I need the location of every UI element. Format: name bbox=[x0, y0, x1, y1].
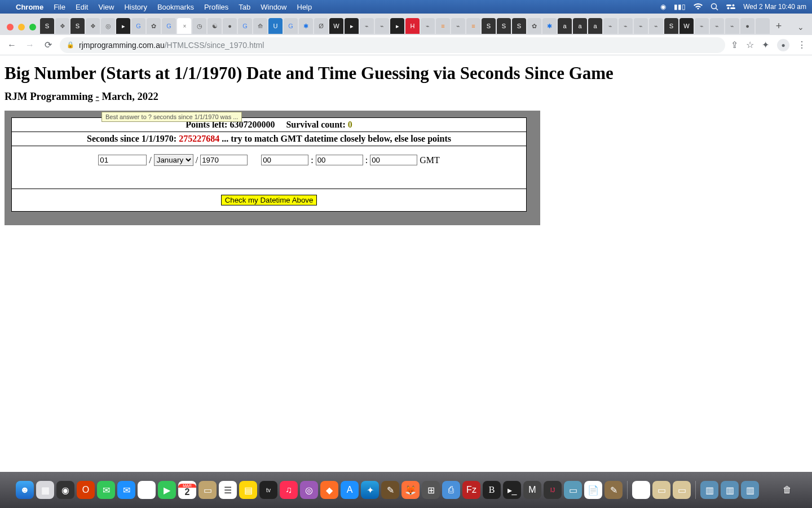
browser-tab[interactable]: ◎ bbox=[101, 18, 115, 34]
close-window-button[interactable] bbox=[7, 24, 14, 30]
browser-tab[interactable]: ⟰ bbox=[253, 18, 267, 34]
browser-tab[interactable]: ⌁ bbox=[360, 18, 374, 34]
wifi-icon[interactable] bbox=[694, 3, 703, 10]
reload-button[interactable]: ⟳ bbox=[42, 39, 54, 51]
browser-tab[interactable]: G bbox=[131, 18, 145, 34]
dock-app-notes[interactable]: ▤ bbox=[239, 481, 257, 499]
dock-app-calendar[interactable]: MAR2 bbox=[178, 481, 196, 499]
hour-input[interactable] bbox=[261, 155, 308, 165]
browser-tab[interactable]: ⌁ bbox=[603, 18, 617, 34]
browser-tab[interactable]: ✿ bbox=[147, 18, 161, 34]
browser-tab[interactable]: ≡ bbox=[466, 18, 480, 34]
dock-app-print[interactable]: ⎙ bbox=[442, 481, 460, 499]
browser-tab[interactable]: ▸ bbox=[345, 18, 359, 34]
dock-app-chrome[interactable]: ◉ bbox=[632, 481, 650, 499]
browser-tab[interactable]: a bbox=[588, 18, 602, 34]
browser-tab[interactable]: W bbox=[329, 18, 343, 34]
dock-app-appstore[interactable]: A bbox=[341, 481, 359, 499]
browser-tab[interactable]: Ø bbox=[314, 18, 328, 34]
browser-tab[interactable]: S bbox=[70, 18, 85, 34]
fullscreen-window-button[interactable] bbox=[29, 24, 36, 30]
browser-tab[interactable] bbox=[756, 18, 770, 34]
menu-edit[interactable]: Edit bbox=[76, 3, 88, 11]
dock-app-notes2[interactable]: ▭ bbox=[652, 481, 670, 499]
browser-tab[interactable]: a bbox=[558, 18, 572, 34]
browser-tab[interactable]: G bbox=[162, 18, 176, 34]
dock-app-contacts[interactable]: ▭ bbox=[198, 481, 217, 499]
check-button[interactable]: Check my Datetime Above bbox=[221, 195, 317, 205]
browser-tab[interactable]: H bbox=[405, 18, 420, 34]
new-tab-button[interactable]: + bbox=[771, 18, 787, 34]
month-select[interactable]: January bbox=[154, 154, 193, 166]
dock-app-calc[interactable]: ⊞ bbox=[422, 481, 440, 499]
browser-tab[interactable]: W bbox=[679, 18, 694, 34]
share-icon[interactable]: ⇪ bbox=[731, 40, 738, 50]
dock-app-reminders[interactable]: ☰ bbox=[219, 481, 237, 499]
back-button[interactable]: ← bbox=[6, 39, 18, 51]
browser-tab[interactable]: ▸ bbox=[390, 18, 404, 34]
browser-tab[interactable]: U bbox=[268, 18, 283, 34]
close-tab-icon[interactable]: × bbox=[183, 23, 187, 29]
browser-tab[interactable]: S bbox=[512, 18, 526, 34]
bookmark-icon[interactable]: ☆ bbox=[746, 40, 754, 50]
dock-app-podcasts[interactable]: ◎ bbox=[300, 481, 318, 499]
tab-overflow-button[interactable]: ⌄ bbox=[794, 23, 807, 35]
browser-tab[interactable]: S bbox=[497, 18, 511, 34]
dock-app-dashboard[interactable]: ◉ bbox=[56, 481, 74, 499]
dock-app-filezilla[interactable]: Fz bbox=[462, 481, 480, 499]
browser-tab[interactable]: ☯ bbox=[208, 18, 222, 34]
forward-button[interactable]: → bbox=[24, 39, 36, 51]
browser-tab[interactable]: ⌁ bbox=[375, 18, 389, 34]
browser-tab[interactable]: ❖ bbox=[86, 18, 100, 34]
control-center-icon[interactable] bbox=[726, 3, 735, 10]
menu-file[interactable]: File bbox=[54, 3, 65, 11]
dock-folder[interactable]: ▥ bbox=[700, 481, 718, 499]
dock-app-sketch[interactable]: ◆ bbox=[320, 481, 338, 499]
browser-tab[interactable]: ✱ bbox=[299, 18, 313, 34]
dock-app-photos[interactable]: ✿ bbox=[138, 481, 156, 499]
dock-app-preview[interactable]: ✎ bbox=[381, 481, 399, 499]
browser-tab[interactable]: ⌁ bbox=[451, 18, 465, 34]
dock-app-mamp[interactable]: M bbox=[523, 481, 541, 499]
menu-help[interactable]: Help bbox=[297, 3, 312, 11]
dock-app-notes3[interactable]: ▭ bbox=[673, 481, 691, 499]
menu-profiles[interactable]: Profiles bbox=[204, 3, 228, 11]
browser-tab[interactable]: ● bbox=[740, 18, 754, 34]
dock-app-terminal[interactable]: ▸_ bbox=[503, 481, 521, 499]
browser-tab[interactable]: ✿ bbox=[527, 18, 541, 34]
dock-app-launchpad[interactable]: ▦ bbox=[36, 481, 54, 499]
dock-app-b[interactable]: B bbox=[483, 481, 501, 499]
browser-tab[interactable]: ⌁ bbox=[725, 18, 739, 34]
browser-tab[interactable]: S bbox=[482, 18, 496, 34]
dock-trash[interactable]: 🗑 bbox=[778, 481, 796, 499]
screen-record-icon[interactable]: ◉ bbox=[660, 3, 666, 11]
browser-tab[interactable]: ✱ bbox=[542, 18, 557, 34]
browser-tab[interactable]: ⌁ bbox=[619, 18, 633, 34]
dock-app-safari[interactable]: ✦ bbox=[361, 481, 379, 499]
browser-tab[interactable]: ⌁ bbox=[634, 18, 648, 34]
dock-folder[interactable]: ▥ bbox=[741, 481, 759, 499]
dock-app-finder[interactable]: ☻ bbox=[16, 481, 34, 499]
dock-app-mail[interactable]: ✉ bbox=[117, 481, 135, 499]
minute-input[interactable] bbox=[316, 155, 363, 165]
kebab-menu-icon[interactable]: ⋮ bbox=[797, 40, 806, 50]
year-input[interactable] bbox=[200, 155, 248, 165]
menu-history[interactable]: History bbox=[124, 3, 147, 11]
browser-tab[interactable]: ⌁ bbox=[421, 18, 435, 34]
browser-tab[interactable]: S bbox=[664, 18, 678, 34]
dock-app-intellij[interactable]: IJ bbox=[544, 481, 562, 499]
address-bar[interactable]: 🔒 rjmprogramming.com.au/HTMLCSS/since_19… bbox=[60, 37, 725, 53]
minimize-window-button[interactable] bbox=[18, 24, 25, 30]
dock-app-messages[interactable]: ✉ bbox=[97, 481, 115, 499]
dock-app-office[interactable]: O bbox=[77, 481, 95, 499]
menu-bookmarks[interactable]: Bookmarks bbox=[157, 3, 194, 11]
dock-app-textedit[interactable]: 📄 bbox=[584, 481, 602, 499]
browser-tab[interactable]: S bbox=[40, 18, 54, 34]
browser-tab[interactable]: ▸ bbox=[116, 18, 130, 34]
browser-tab[interactable]: ⌁ bbox=[695, 18, 709, 34]
browser-tab-active[interactable]: × bbox=[177, 18, 191, 34]
browser-tab[interactable]: a bbox=[573, 18, 587, 34]
dock-app-facetime[interactable]: ▶ bbox=[158, 481, 176, 499]
browser-tab[interactable]: ≡ bbox=[436, 18, 450, 34]
profile-avatar[interactable]: ● bbox=[777, 39, 789, 51]
